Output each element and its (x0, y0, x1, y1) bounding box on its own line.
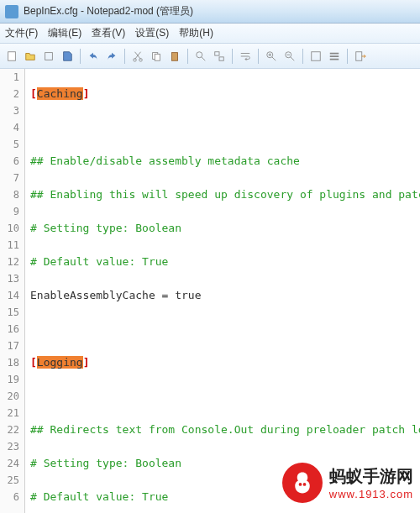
line-number: 4 (0, 119, 19, 136)
watermark-logo-icon (282, 463, 323, 503)
comment: # Default value: True (30, 490, 168, 503)
code-line: ## Enable/disable assembly metadata cach… (30, 153, 420, 170)
code-content[interactable]: [Caching] ## Enable/disable assembly met… (25, 69, 420, 513)
open-icon[interactable] (22, 48, 39, 65)
separator (258, 49, 259, 64)
code-line: # Default value: True (30, 254, 420, 270)
line-number: 10 (0, 220, 19, 237)
line-number: 5 (0, 136, 19, 153)
scheme-icon[interactable] (307, 48, 324, 65)
watermark-text: 蚂蚁手游网 www.1913.com (329, 465, 413, 500)
svg-rect-6 (172, 52, 178, 60)
paste-icon[interactable] (166, 48, 183, 65)
code-line: [Logging] (30, 354, 420, 371)
find-icon[interactable] (192, 48, 209, 65)
menu-settings[interactable]: 设置(S) (135, 26, 169, 40)
customize-icon[interactable] (326, 48, 343, 65)
line-number: 9 (0, 203, 19, 220)
watermark: 蚂蚁手游网 www.1913.com (282, 463, 413, 503)
bracket: ] (83, 87, 90, 100)
undo-icon[interactable] (85, 48, 102, 65)
bracket: [ (30, 87, 37, 100)
exit-icon[interactable] (352, 48, 369, 65)
line-number: 2 (0, 86, 19, 102)
replace-icon[interactable] (211, 48, 228, 65)
code-line: [Caching] (30, 86, 420, 102)
code-line (30, 388, 420, 405)
bracket: ] (83, 356, 90, 369)
svg-rect-12 (312, 51, 321, 60)
section-header: Logging (37, 356, 83, 369)
line-number-gutter: 1 2 3 4 5 6 7 8 9 10 11 12 13 14 15 16 1… (0, 69, 25, 513)
cut-icon[interactable] (129, 48, 146, 65)
code-line: ## Redirects text from Console.Out durin… (30, 421, 420, 438)
line-number: 24 (0, 455, 19, 472)
line-number: 16 (0, 321, 19, 338)
comment: # Setting type: Boolean (30, 222, 181, 234)
menu-view[interactable]: 查看(V) (92, 26, 125, 40)
copy-icon[interactable] (148, 48, 165, 65)
window-title: BepInEx.cfg - Notepad2-mod (管理员) (24, 4, 193, 18)
line-number: 19 (0, 371, 19, 388)
zoomin-icon[interactable] (263, 48, 280, 65)
equals: = (155, 289, 175, 301)
editor-area[interactable]: 1 2 3 4 5 6 7 8 9 10 11 12 13 14 15 16 1… (0, 69, 420, 513)
separator (124, 49, 125, 64)
line-number: 20 (0, 388, 19, 405)
line-number: 21 (0, 405, 19, 421)
comment: ## Enable/disable assembly metadata cach… (30, 154, 300, 167)
line-number: 6 (0, 153, 19, 170)
watermark-name: 蚂蚁手游网 (329, 465, 413, 488)
bracket: [ (30, 356, 37, 369)
setting-key: EnableAssemblyCache (30, 289, 155, 301)
svg-point-7 (197, 51, 202, 57)
line-number: 11 (0, 237, 19, 254)
setting-value: true (175, 289, 201, 301)
line-number: 12 (0, 254, 19, 270)
toolbar (0, 44, 420, 69)
line-number: 22 (0, 421, 19, 438)
menu-file[interactable]: 文件(F) (5, 26, 38, 40)
code-line (30, 119, 420, 136)
line-number: 25 (0, 472, 19, 489)
line-number: 8 (0, 186, 19, 203)
wordwrap-icon[interactable] (237, 48, 254, 65)
redo-icon[interactable] (103, 48, 120, 65)
separator (80, 49, 81, 64)
separator (302, 49, 303, 64)
comment: # Default value: True (30, 255, 168, 268)
history-icon[interactable] (40, 48, 57, 65)
svg-rect-9 (219, 56, 223, 60)
separator (232, 49, 233, 64)
comment: ## Enabling this will speed up discovery… (30, 188, 420, 201)
svg-rect-5 (155, 54, 160, 60)
line-number: 6 (0, 489, 19, 505)
app-icon (5, 5, 18, 18)
code-line: # Setting type: Boolean (30, 220, 420, 237)
line-number: 18 (0, 354, 19, 371)
comment: ## Redirects text from Console.Out durin… (30, 423, 420, 436)
svg-rect-13 (356, 51, 362, 60)
line-number: 1 (0, 69, 19, 86)
line-number: 15 (0, 304, 19, 321)
title-bar: BepInEx.cfg - Notepad2-mod (管理员) (0, 0, 420, 24)
menu-edit[interactable]: 编辑(E) (48, 26, 81, 40)
svg-rect-0 (8, 51, 16, 60)
code-line: EnableAssemblyCache = true (30, 287, 420, 304)
new-icon[interactable] (3, 48, 20, 65)
svg-rect-1 (45, 52, 53, 60)
line-number: 23 (0, 438, 19, 455)
line-number: 7 (0, 170, 19, 186)
code-line: ## Enabling this will speed up discovery… (30, 186, 420, 203)
line-number: 17 (0, 338, 19, 354)
save-icon[interactable] (59, 48, 76, 65)
separator (187, 49, 188, 64)
line-number: 14 (0, 287, 19, 304)
menu-help[interactable]: 帮助(H) (179, 26, 213, 40)
svg-rect-8 (215, 51, 219, 55)
menu-bar: 文件(F) 编辑(E) 查看(V) 设置(S) 帮助(H) (0, 24, 420, 44)
line-number: 13 (0, 270, 19, 287)
comment: # Setting type: Boolean (30, 457, 181, 469)
zoomout-icon[interactable] (281, 48, 298, 65)
code-line (30, 321, 420, 338)
